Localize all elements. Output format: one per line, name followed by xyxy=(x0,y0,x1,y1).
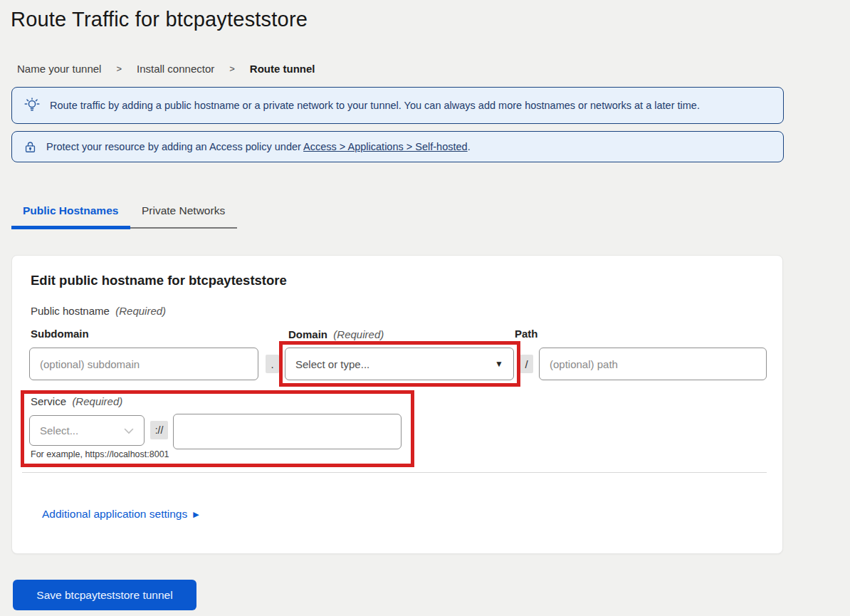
tab-private-networks[interactable]: Private Networks xyxy=(142,204,225,217)
tip-banner: Route traffic by adding a public hostnam… xyxy=(11,87,784,124)
page-title: Route Traffic for btcpayteststore xyxy=(11,8,308,31)
edit-hostname-card: Edit public hostname for btcpayteststore… xyxy=(11,255,783,554)
domain-label-text: Domain xyxy=(288,328,327,340)
breadcrumb-separator: > xyxy=(229,63,235,74)
card-heading: Edit public hostname for btcpayteststore xyxy=(31,273,287,288)
path-label: Path xyxy=(515,328,538,340)
active-tab-indicator xyxy=(11,226,130,229)
required-note: (Required) xyxy=(72,395,122,407)
access-banner: Protect your resource by adding an Acces… xyxy=(11,131,784,162)
service-type-select-value: Select... xyxy=(40,424,78,437)
service-label-text: Service xyxy=(31,395,66,407)
tab-bar-divider xyxy=(130,227,237,229)
scheme-separator: :// xyxy=(150,421,168,439)
service-label: Service (Required) xyxy=(31,395,122,407)
lightbulb-icon xyxy=(23,97,41,114)
public-hostname-label-text: Public hostname xyxy=(31,305,110,317)
tip-banner-text: Route traffic by adding a public hostnam… xyxy=(50,100,700,111)
breadcrumb-name-your-tunnel[interactable]: Name your tunnel xyxy=(17,63,101,75)
access-applications-link[interactable]: Access > Applications > Self-hosted xyxy=(303,141,468,152)
chevron-down-icon xyxy=(124,424,134,437)
service-url-input[interactable] xyxy=(173,414,402,449)
breadcrumb-install-connector[interactable]: Install connector xyxy=(137,63,214,75)
save-tunnel-button[interactable]: Save btcpayteststore tunnel xyxy=(13,580,196,610)
domain-label: Domain (Required) xyxy=(288,328,384,340)
caret-right-icon: ▶ xyxy=(193,510,199,519)
dot-separator: . xyxy=(266,355,279,373)
chevron-down-icon: ▼ xyxy=(495,359,503,369)
subdomain-label: Subdomain xyxy=(31,328,89,340)
subdomain-input[interactable] xyxy=(29,348,258,380)
breadcrumb-route-tunnel: Route tunnel xyxy=(250,63,315,75)
slash-separator: / xyxy=(520,355,533,373)
service-helper-text: For example, https://localhost:8001 xyxy=(31,449,169,459)
additional-settings-link[interactable]: Additional application settings ▶ xyxy=(42,508,199,521)
breadcrumb: Name your tunnel > Install connector > R… xyxy=(17,63,315,75)
access-banner-text: Protect your resource by adding an Acces… xyxy=(46,141,471,152)
service-type-select[interactable]: Select... xyxy=(29,415,145,446)
required-note: (Required) xyxy=(115,305,166,317)
lock-icon xyxy=(23,140,37,154)
access-banner-text-suffix: . xyxy=(468,141,471,152)
additional-settings-link-text: Additional application settings xyxy=(42,508,187,521)
route-traffic-page: Route Traffic for btcpayteststore Name y… xyxy=(0,0,850,616)
card-divider xyxy=(22,472,767,473)
public-hostname-label: Public hostname (Required) xyxy=(31,305,166,317)
tab-public-hostnames[interactable]: Public Hostnames xyxy=(23,204,118,217)
breadcrumb-separator: > xyxy=(116,63,122,74)
domain-select-value: Select or type... xyxy=(295,358,369,370)
required-note: (Required) xyxy=(333,328,384,340)
access-banner-text-prefix: Protect your resource by adding an Acces… xyxy=(46,141,303,152)
domain-select[interactable]: Select or type... ▼ xyxy=(285,348,514,380)
path-input[interactable] xyxy=(539,348,767,380)
